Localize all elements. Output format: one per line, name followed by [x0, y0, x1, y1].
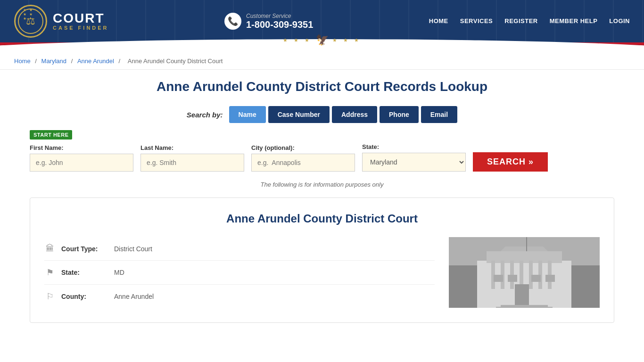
cs-phone: 1-800-309-9351 [246, 19, 313, 30]
court-type-label: Court Type: [61, 245, 108, 253]
last-name-group: Last Name: [140, 144, 244, 172]
search-form: First Name: Last Name: City (optional): … [30, 143, 614, 172]
main-nav: HOMESERVICESREGISTERMEMBER HELPLOGIN [429, 17, 630, 25]
logo-text: COURT CASE FINDER [53, 12, 109, 31]
eagle-emblem: ★ ★ ★ 🦅 ★ ★ ★ [283, 34, 361, 46]
court-type-value: District Court [114, 245, 152, 253]
state-label: State: [362, 143, 466, 150]
search-form-container: START HERE First Name: Last Name: City (… [30, 130, 614, 172]
city-label: City (optional): [251, 144, 355, 151]
svg-rect-2 [449, 265, 477, 308]
state-row: ⚑ State: MD [44, 261, 435, 285]
breadcrumb: Home / Maryland / Anne Arundel / Anne Ar… [0, 53, 644, 70]
county-value: Anne Arundel [114, 293, 154, 300]
state-value: MD [114, 269, 124, 276]
logo-court-text: COURT [53, 12, 109, 25]
court-card: Anne Arundel County District Court 🏛 Cou… [30, 197, 614, 323]
breadcrumb-current: Anne Arundel County District Court [128, 58, 223, 65]
breadcrumb-maryland[interactable]: Maryland [41, 58, 66, 65]
county-label: County: [61, 293, 108, 300]
breadcrumb-sep-3: / [119, 58, 122, 65]
breadcrumb-home[interactable]: Home [14, 58, 31, 65]
svg-rect-16 [508, 275, 517, 282]
court-type-icon: 🏛 [44, 244, 56, 254]
tab-name[interactable]: Name [229, 106, 266, 123]
court-building-image [449, 237, 600, 308]
main-content: Anne Arundel County District Court Recor… [16, 70, 628, 332]
tab-phone[interactable]: Phone [380, 106, 419, 123]
nav-link-register[interactable]: REGISTER [504, 17, 537, 25]
svg-rect-15 [494, 275, 503, 282]
hero-banner: ★ ★ ★ 🦅 ★ ★ ★ [0, 42, 644, 53]
last-name-input[interactable] [140, 154, 244, 172]
court-card-body: 🏛 Court Type: District Court ⚑ State: MD… [44, 237, 600, 308]
city-group: City (optional): [251, 144, 355, 172]
stars-right: ★ ★ ★ [332, 37, 361, 43]
svg-marker-6 [501, 247, 548, 251]
state-icon: ⚑ [44, 267, 56, 278]
cs-text: Customer Service 1-800-309-9351 [246, 13, 313, 30]
stars-left: ★ ★ ★ [283, 37, 312, 43]
breadcrumb-sep-1: / [35, 58, 38, 65]
court-card-title: Anne Arundel County District Court [44, 212, 600, 225]
first-name-group: First Name: [30, 144, 133, 172]
court-details: 🏛 Court Type: District Court ⚑ State: MD… [44, 237, 435, 308]
customer-service: 📞 Customer Service 1-800-309-9351 [224, 13, 313, 30]
nav-link-member-help[interactable]: MEMBER HELP [550, 17, 598, 25]
svg-rect-3 [571, 265, 600, 308]
page-title: Anne Arundel County District Court Recor… [30, 79, 614, 94]
state-group: State: Maryland Alabama Alaska Arizona C… [362, 143, 466, 172]
start-here-badge: START HERE [30, 130, 72, 140]
court-type-row: 🏛 Court Type: District Court [44, 237, 435, 261]
county-row: ⚐ County: Anne Arundel [44, 285, 435, 308]
breadcrumb-sep-2: / [71, 58, 74, 65]
search-button[interactable]: SEARCH » [473, 152, 548, 172]
phone-icon: 📞 [224, 13, 241, 30]
tab-address[interactable]: Address [332, 106, 377, 123]
state-select[interactable]: Maryland Alabama Alaska Arizona Californ… [362, 153, 466, 172]
tab-email[interactable]: Email [421, 106, 457, 123]
search-by-label: Search by: [187, 111, 223, 119]
logo-stars: ★ ★ ★ ★ ★ [23, 8, 38, 21]
nav-link-services[interactable]: SERVICES [460, 17, 493, 25]
logo-emblem: ★ ★ ★ ★ ★ ⚖ [14, 5, 47, 38]
last-name-label: Last Name: [140, 144, 244, 151]
state-label-detail: State: [61, 269, 108, 276]
svg-rect-18 [545, 275, 555, 282]
svg-rect-19 [496, 307, 553, 308]
first-name-label: First Name: [30, 144, 133, 151]
info-note: The following is for information purpose… [30, 181, 614, 188]
svg-rect-14 [515, 284, 529, 308]
breadcrumb-anne-arundel[interactable]: Anne Arundel [77, 58, 114, 65]
city-input[interactable] [251, 154, 355, 172]
svg-rect-17 [531, 275, 541, 282]
county-icon: ⚐ [44, 291, 56, 302]
nav-link-login[interactable]: LOGIN [609, 17, 630, 25]
cs-label: Customer Service [246, 13, 313, 19]
search-by-row: Search by: Name Case Number Address Phon… [30, 106, 614, 123]
tab-case-number[interactable]: Case Number [268, 106, 330, 123]
first-name-input[interactable] [30, 154, 133, 172]
svg-rect-20 [501, 305, 548, 307]
logo-area: ★ ★ ★ ★ ★ ⚖ COURT CASE FINDER [14, 5, 109, 38]
nav-link-home[interactable]: HOME [429, 17, 448, 25]
eagle-icon: 🦅 [316, 34, 329, 46]
logo-case-finder-text: CASE FINDER [53, 25, 109, 31]
